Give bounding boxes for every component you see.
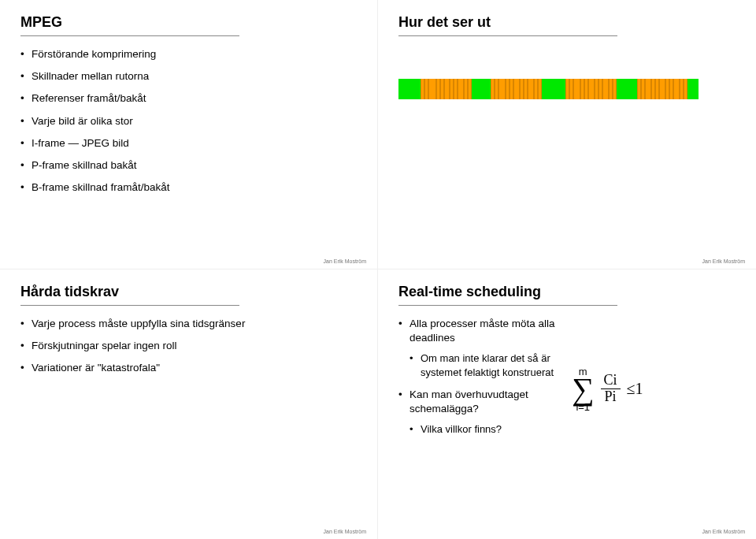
bullet-item: Varje bild är olika stor <box>20 114 357 128</box>
sigma-lower: i=1 <box>576 402 590 412</box>
bullet-item: Varje process måste uppfylla sina tidsgr… <box>20 317 357 331</box>
sub-list: Vilka villkor finns? <box>410 422 556 437</box>
sub-list: Om man inte klarar det så är systemet fe… <box>410 351 556 379</box>
footer-author: Jan Erik Moström <box>324 258 366 264</box>
bullet-item: Förskjutningar spelar ingen roll <box>20 339 357 353</box>
timeline-frame <box>602 79 609 99</box>
utilization-formula: m ∑ i=1 Ci Pi ≤1 <box>572 334 643 444</box>
sigma-symbol: ∑ <box>572 377 595 402</box>
footer-author: Jan Erik Moström <box>702 258 745 264</box>
bullet-list: Förstörande komprimering Skillnader mell… <box>20 47 357 195</box>
text-column: Alla processer måste möta alla deadlines… <box>398 317 556 444</box>
slide-title: Hur det ser ut <box>398 14 617 36</box>
timeline-frame <box>673 79 680 99</box>
fraction: Ci Pi <box>601 373 621 405</box>
timeline-frame <box>428 79 436 99</box>
timeline-frame <box>588 79 595 99</box>
footer-author: Jan Erik Moström <box>702 529 745 534</box>
sub-item: Om man inte klarar det så är systemet fe… <box>410 351 556 379</box>
fraction-denominator: Pi <box>602 389 620 405</box>
timeline-frame <box>645 79 651 99</box>
fraction-numerator: Ci <box>601 373 621 389</box>
bullet-item: Skillnader mellan rutorna <box>20 69 357 84</box>
timeline-iframe <box>472 79 491 99</box>
bullet-item: Variationer är "katastrofala" <box>20 361 357 375</box>
slide-hur-det-ser-ut: Hur det ser ut <box>378 0 756 270</box>
timeline-iframe <box>617 79 637 99</box>
bullet-text: Kan man överhuvudtaget schemalägga? <box>410 388 528 414</box>
bullet-item: Referenser framåt/bakåt <box>20 91 357 106</box>
slide-real-time-scheduling: Real-time scheduling Alla processer måst… <box>378 270 756 539</box>
sub-item: Vilka villkor finns? <box>410 422 556 437</box>
timeline-frame <box>444 79 450 99</box>
bullet-list: Alla processer måste möta alla deadlines… <box>398 317 556 437</box>
bullet-item: Kan man överhuvudtaget schemalägga? Vilk… <box>398 388 556 437</box>
slide-title: Hårda tidskrav <box>20 284 239 306</box>
timeline-frame <box>573 79 580 99</box>
slide-grid: MPEG Förstörande komprimering Skillnader… <box>0 0 756 539</box>
bullet-item: P-frame skillnad bakåt <box>20 158 357 173</box>
inequality: ≤1 <box>627 380 643 398</box>
footer-author: Jan Erik Moström <box>324 529 366 534</box>
bullet-item: Alla processer måste möta alla deadlines… <box>398 317 556 380</box>
bullet-list: Varje process måste uppfylla sina tidsgr… <box>20 317 357 376</box>
bullet-text: Alla processer måste möta alla deadlines <box>410 318 555 344</box>
slide-mpeg: MPEG Förstörande komprimering Skillnader… <box>0 0 378 270</box>
sigma-icon: m ∑ i=1 <box>572 366 595 412</box>
timeline-iframe <box>398 79 421 99</box>
bullet-item: B-frame skillnad framåt/bakåt <box>20 180 357 195</box>
timeline-frame <box>458 79 464 99</box>
frame-timeline <box>398 79 721 99</box>
timeline-iframe <box>687 79 699 99</box>
slide-title: MPEG <box>20 14 239 36</box>
timeline-frame <box>659 79 665 99</box>
content-row: Alla processer måste möta alla deadlines… <box>398 317 736 444</box>
timeline-frame <box>513 79 520 99</box>
slide-title: Real-time scheduling <box>398 284 617 306</box>
timeline-frame <box>528 79 534 99</box>
timeline-frame <box>498 79 506 99</box>
bullet-item: Förstörande komprimering <box>20 47 357 61</box>
slide-harda-tidskrav: Hårda tidskrav Varje process måste uppfy… <box>0 270 378 539</box>
bullet-item: I-frame — JPEG bild <box>20 136 357 151</box>
timeline-iframe <box>542 79 565 99</box>
